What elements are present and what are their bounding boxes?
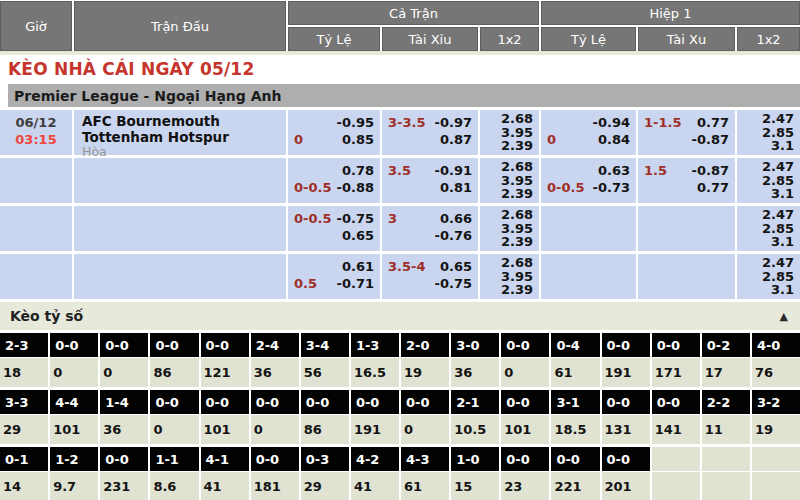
score-col: 1-436 [100,390,148,444]
odds-value: 2.39 [486,187,533,201]
col-header-ft-handicap: Tỷ Lệ [288,27,380,51]
ft-1x2-cell: 2.683.952.39 [480,206,539,251]
score-col [652,447,700,500]
draw-label: Hòa [82,145,280,159]
odds-value: 2.85 [743,174,794,188]
score-label: 0-0 [301,390,349,414]
score-col: 2-110.5 [451,390,499,444]
odds-value: 0.78 [342,162,374,179]
odds-value: -0.91 [435,162,472,179]
odds-handicap-label: 0 [547,131,556,148]
score-col: 0-461 [551,333,599,387]
odds-value: 0.66 [440,210,472,227]
odds-value: -0.87 [692,162,729,179]
score-odds-table: 2-3180-000-000-0860-01212-4363-4561-316.… [0,333,800,500]
score-col: 0-0101 [501,390,549,444]
score-odds-value: 11 [702,415,750,444]
score-label: 0-0 [251,447,299,471]
odds-value: 2.68 [486,112,533,126]
odds-value: 0.77 [697,179,729,196]
match-cell [74,158,286,203]
ft-handicap-cell: 0-0.5-0.750.65 [288,206,380,251]
score-label: 0-0 [201,390,249,414]
collapse-icon[interactable]: ▲ [780,311,788,322]
odds-value: 0.87 [440,131,472,148]
odds-value: 2.68 [486,160,533,174]
score-label [752,447,800,471]
match-cell [74,254,286,299]
odds-value: 3.95 [486,126,533,140]
score-col: 0-00 [150,390,198,444]
league-header: Premier League - Ngoại Hạng Anh [8,84,800,107]
score-odds-value: 101 [50,415,98,444]
score-label: 2-0 [401,333,449,357]
odds-value: 2.47 [743,208,794,222]
score-odds-value: 8.6 [150,472,198,500]
score-col: 2-318 [0,333,48,387]
odds-handicap-label: 0-0.5 [294,210,331,227]
page-title: KÈO NHÀ CÁI NGÀY 05/12 [0,55,800,82]
odds-value: 0.85 [342,131,374,148]
odds-value: 2.47 [743,160,794,174]
score-label: 2-4 [251,333,299,357]
ft-1x2-cell: 2.683.952.39 [480,158,539,203]
score-row: 0-1141-29.70-02311-18.64-1410-01810-3294… [0,447,800,500]
ft-overunder-cell: 3-3.5-0.970.87 [382,110,478,155]
score-label: 0-0 [602,447,650,471]
odds-table-header: Giờ Trận Đấu Cả Trận Hiệp 1 Tỷ Lệ Tài Xỉ… [0,0,800,51]
odds-table-body: 06/1203:15AFC BournemouthTottenham Hotsp… [0,110,800,299]
col-header-time: Giờ [0,1,72,51]
odds-value: -0.73 [593,179,630,196]
odds-handicap-label: 3-3.5 [388,114,425,131]
odds-value: 0.81 [440,179,472,196]
odds-value: -0.88 [337,179,374,196]
match-cell [74,206,286,251]
odds-row: 0.780-0.5-0.883.5-0.910.812.683.952.390.… [0,158,800,203]
score-odds-value: 41 [201,472,249,500]
score-odds-value: 15 [451,472,499,500]
score-col: 3-329 [0,390,48,444]
h1-overunder-cell: 1-1.50.77-0.87 [638,110,735,155]
h1-overunder-cell: 1.5-0.870.77 [638,158,735,203]
score-label: 0-1 [0,447,48,471]
score-odds-value: 121 [201,358,249,387]
odds-handicap-label: 0-0.5 [547,179,584,196]
h1-handicap-cell: 0.630-0.5-0.73 [541,158,636,203]
score-odds-value [702,472,750,500]
odds-value: 2.85 [743,270,794,284]
score-col: 0-023 [501,447,549,500]
score-label: 3-4 [301,333,349,357]
ft-handicap-cell: -0.9500.85 [288,110,380,155]
time-cell [0,254,72,299]
score-col: 0-0181 [251,447,299,500]
score-odds-value: 191 [351,415,399,444]
match-cell[interactable]: AFC BournemouthTottenham HotspurHòa [74,110,286,155]
score-label: 3-1 [551,390,599,414]
score-label: 0-0 [551,447,599,471]
score-col: 0-00 [501,333,549,387]
score-label: 1-1 [150,447,198,471]
score-col: 0-0121 [201,333,249,387]
score-odds-value: 0 [150,415,198,444]
score-col: 3-219 [752,390,800,444]
time-cell [0,206,72,251]
score-col: 4-4101 [50,390,98,444]
col-header-h1-overunder: Tài Xu [638,27,735,51]
h1-1x2-cell: 2.472.853.1 [737,206,800,251]
h1-handicap-cell [541,254,636,299]
score-label: 0-0 [351,390,399,414]
score-odds-value [752,472,800,500]
score-label: 0-0 [150,333,198,357]
odds-row: 0.610.5-0.713.5-40.65-0.752.683.952.392.… [0,254,800,299]
score-label: 4-2 [351,447,399,471]
score-odds-value: 0 [501,358,549,387]
score-col: 2-436 [251,333,299,387]
h1-1x2-cell: 2.472.853.1 [737,254,800,299]
col-group-full-match: Cả Trận [288,1,539,25]
score-col: 0-0191 [602,333,650,387]
score-label: 4-0 [752,333,800,357]
score-odds-value: 41 [351,472,399,500]
odds-value: -0.95 [337,114,374,131]
score-col: 4-141 [201,447,249,500]
odds-row: 0-0.5-0.750.6530.66-0.762.683.952.392.47… [0,206,800,251]
